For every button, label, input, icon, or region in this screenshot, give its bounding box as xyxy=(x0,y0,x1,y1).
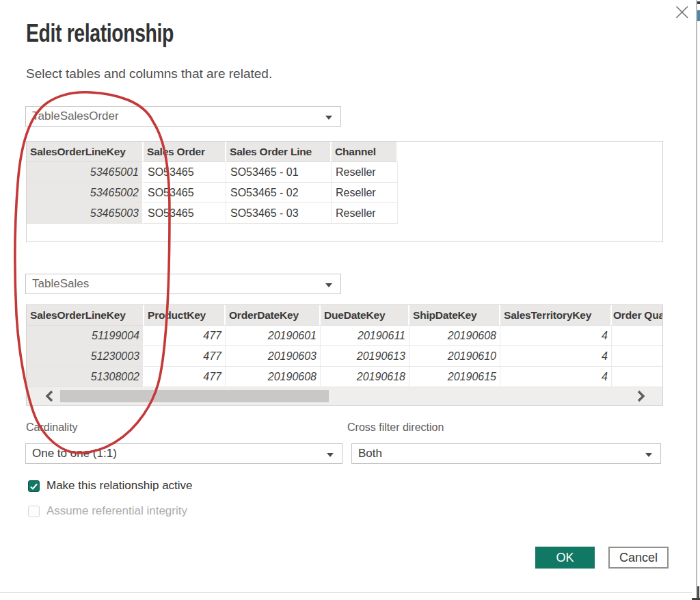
scroll-left-icon[interactable] xyxy=(43,389,57,403)
cardinality-label: Cardinality xyxy=(26,421,78,434)
cross-filter-value: Both xyxy=(358,447,382,460)
table-cell[interactable]: 53465002 xyxy=(27,183,144,203)
table-cell[interactable]: 20190601 xyxy=(226,326,321,346)
table-picker-top[interactable]: TableSalesOrder xyxy=(25,106,341,127)
close-icon xyxy=(673,3,692,22)
table-cell[interactable]: 4 xyxy=(500,326,612,346)
ok-button[interactable]: OK xyxy=(535,547,595,569)
background-dark-fragment xyxy=(697,1,700,4)
make-relationship-active-checkbox[interactable]: Make this relationship active xyxy=(28,479,193,493)
assume-referential-integrity-label: Assume referential integrity xyxy=(46,504,187,518)
table-cell[interactable]: 20190611 xyxy=(321,326,409,346)
table-cell[interactable]: SO53465 xyxy=(144,203,226,224)
table-header-row: SalesOrderLineKeyProductKeyOrderDateKeyD… xyxy=(27,305,662,326)
scrollbar-thumb[interactable] xyxy=(60,390,329,402)
make-relationship-active-label: Make this relationship active xyxy=(46,479,193,493)
column-header[interactable]: SalesOrderLineKey xyxy=(27,142,144,162)
table-picker-bottom[interactable]: TableSales xyxy=(25,274,341,294)
chevron-down-icon xyxy=(325,283,332,287)
cancel-button[interactable]: Cancel xyxy=(608,547,669,569)
table-row: 53465003SO53465SO53465 - 03Reseller xyxy=(27,203,662,224)
column-header[interactable]: Channel xyxy=(332,142,398,162)
table-cell[interactable]: SO53465 xyxy=(144,162,226,183)
scroll-right-icon[interactable] xyxy=(634,389,647,403)
table-cell[interactable]: 53465003 xyxy=(27,203,144,224)
column-header[interactable]: ProductKey xyxy=(144,305,226,326)
column-header[interactable]: Order Qua xyxy=(612,305,663,326)
table-picker-top-value: TableSalesOrder xyxy=(32,109,119,123)
column-header[interactable]: Sales Order Line xyxy=(226,142,332,162)
cardinality-value: One to one (1:1) xyxy=(32,447,117,460)
chevron-down-icon xyxy=(645,453,652,457)
column-header[interactable]: DueDateKey xyxy=(321,305,409,326)
table-cell[interactable]: 51308002 xyxy=(27,367,144,387)
table-cell[interactable]: SO53465 - 01 xyxy=(226,162,332,183)
table-cell[interactable]: 477 xyxy=(144,326,226,346)
cross-filter-label: Cross filter direction xyxy=(347,421,444,434)
table-cell[interactable] xyxy=(612,346,663,367)
table-cell[interactable]: 4 xyxy=(500,367,612,387)
table-cell[interactable]: SO53465 xyxy=(144,183,226,203)
table-cell[interactable]: 20190608 xyxy=(409,326,500,346)
edit-relationship-dialog: Edit relationship Select tables and colu… xyxy=(0,0,700,600)
column-header[interactable]: ShipDateKey xyxy=(409,305,500,326)
checkbox-checked-icon xyxy=(28,480,40,492)
table-cell[interactable]: 20190608 xyxy=(226,367,321,387)
cardinality-select[interactable]: One to one (1:1) xyxy=(25,443,342,464)
table-cell[interactable]: 51230003 xyxy=(27,346,144,367)
table-header-row: SalesOrderLineKeySales OrderSales Order … xyxy=(27,142,662,162)
table-sales-order-preview: SalesOrderLineKeySales OrderSales Order … xyxy=(26,141,663,242)
table-cell[interactable]: SO53465 - 03 xyxy=(226,203,332,224)
table-cell[interactable]: 20190618 xyxy=(321,367,409,387)
table-cell[interactable]: 477 xyxy=(144,367,226,387)
table-cell[interactable]: 20190615 xyxy=(409,367,500,387)
dialog-subtitle: Select tables and columns that are relat… xyxy=(26,66,272,81)
table-row: 53465002SO53465SO53465 - 02Reseller xyxy=(27,183,662,203)
assume-referential-integrity-checkbox[interactable]: Assume referential integrity xyxy=(28,504,187,518)
table-cell[interactable]: Reseller xyxy=(332,162,398,183)
table-cell[interactable]: SO53465 - 02 xyxy=(226,183,332,203)
column-header[interactable]: SalesTerritoryKey xyxy=(500,305,612,326)
table-cell[interactable] xyxy=(612,367,663,387)
chevron-down-icon xyxy=(327,453,334,457)
table-cell[interactable]: 20190610 xyxy=(409,346,500,367)
table-cell[interactable]: 20190603 xyxy=(226,346,321,367)
dialog-title: Edit relationship xyxy=(26,19,174,48)
table-picker-bottom-value: TableSales xyxy=(32,277,89,291)
table-cell[interactable]: 20190613 xyxy=(321,346,409,367)
table-sales-preview: SalesOrderLineKeyProductKeyOrderDateKeyD… xyxy=(26,304,663,406)
table-cell[interactable]: Reseller xyxy=(332,183,398,203)
column-header[interactable]: Sales Order xyxy=(144,142,226,162)
column-header[interactable]: SalesOrderLineKey xyxy=(27,305,144,326)
table-row: 53465001SO53465SO53465 - 01Reseller xyxy=(27,162,662,183)
column-header[interactable]: OrderDateKey xyxy=(226,305,321,326)
table-cell[interactable]: 4 xyxy=(500,346,612,367)
table-row: 511990044772019060120190611201906084 xyxy=(27,326,662,346)
table-cell[interactable]: 53465001 xyxy=(27,162,144,183)
cross-filter-select[interactable]: Both xyxy=(351,443,661,464)
checkbox-unchecked-icon xyxy=(28,506,40,517)
table-row: 513080024772019060820190618201906154 xyxy=(27,367,662,387)
background-blue-fragment xyxy=(697,10,700,21)
horizontal-scrollbar[interactable] xyxy=(27,387,662,405)
dialog-bottom-edge xyxy=(0,592,692,593)
table-cell[interactable]: Reseller xyxy=(332,203,398,224)
table-row: 512300034772019060320190613201906104 xyxy=(27,346,662,367)
close-button[interactable] xyxy=(673,3,692,22)
chevron-down-icon xyxy=(325,116,332,120)
table-cell[interactable] xyxy=(612,326,663,346)
table-cell[interactable]: 477 xyxy=(144,346,226,367)
background-window-edge xyxy=(696,0,697,600)
table-cell[interactable]: 51199004 xyxy=(27,326,144,346)
